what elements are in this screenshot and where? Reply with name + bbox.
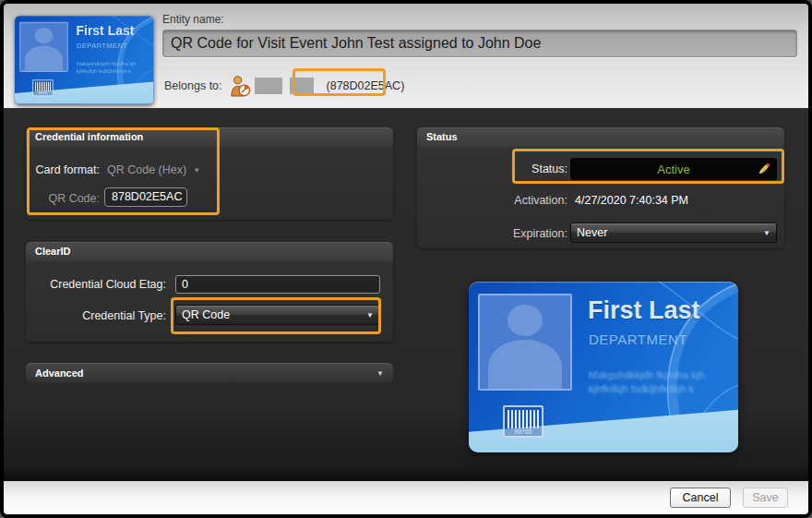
card-blurred-text: hfakgshdkkjdh fkjsdha kjh kjhfkdkjh fsdk… [77, 61, 137, 75]
person-silhouette-icon [508, 305, 542, 336]
visitor-icon [230, 75, 251, 98]
badge-thumbnail: First Last DEPARTMENT hfakgshdkkjdh fkjs… [15, 16, 154, 104]
badge-preview: First Last DEPARTMENT hfakgshdkkjdh fkjs… [469, 282, 738, 452]
activation-label: Activation: [475, 193, 567, 208]
card-department: DEPARTMENT [589, 331, 687, 347]
credential-cloud-etag-input[interactable]: 0 [175, 275, 380, 294]
credential-information-panel: Credential information Card format: QR C… [26, 127, 393, 220]
entity-name-label: Entity name: [162, 13, 224, 26]
advanced-expander[interactable]: Advanced ▼ [26, 363, 393, 383]
credential-information-title: Credential information [26, 127, 393, 147]
card-holder-name: First Last [77, 23, 135, 38]
barcode-icon: 98765 [503, 405, 543, 438]
badge-photo-placeholder [478, 294, 572, 391]
status-value-field[interactable]: Active [570, 158, 777, 180]
clearid-panel: ClearID Credential Cloud Etag: 0 Credent… [26, 242, 393, 342]
card-blurred-text: hfakgshdkkjdh fkjsdha kjh kjhfkdkjh fsdk… [589, 368, 704, 396]
redacted-owner-name[interactable] [255, 78, 282, 94]
badge-card: First Last DEPARTMENT hfakgshdkkjdh fkjs… [469, 282, 738, 452]
belongs-to-entity-id: (878D02E5AC) [323, 79, 409, 92]
card-format-select[interactable]: QR Code (Hex)▼ [107, 163, 200, 178]
belongs-to-row: Belongs to: (878D02E5AC) [164, 72, 408, 100]
badge-card: First Last DEPARTMENT hfakgshdkkjdh fkjs… [15, 16, 154, 103]
chevron-down-icon: ▼ [763, 229, 770, 237]
expiration-dropdown[interactable]: Never▼ [570, 223, 777, 243]
chevron-down-icon: ▼ [376, 369, 384, 378]
credential-type-dropdown[interactable]: QR Code▼ [175, 305, 380, 325]
chevron-down-icon: ▼ [193, 166, 200, 175]
clearid-title: ClearID [26, 242, 393, 261]
qr-code-label: QR Code: [33, 191, 100, 206]
save-button[interactable]: Save [743, 488, 788, 508]
card-department: DEPARTMENT [77, 42, 127, 50]
status-panel: Status Status: Active Activation: 4/27/2… [417, 127, 784, 248]
status-value: Active [657, 163, 689, 176]
edit-pencil-icon[interactable] [757, 162, 771, 176]
redacted-owner-name-2[interactable] [290, 78, 314, 94]
status-label: Status: [475, 162, 567, 176]
belongs-to-label: Belongs to: [164, 79, 222, 92]
status-title: Status [417, 127, 784, 147]
dialog-body: Credential information Card format: QR C… [4, 108, 808, 481]
dialog-footer: Cancel Save [4, 481, 808, 514]
activation-value: 4/27/2020 7:40:34 PM [575, 193, 688, 208]
barcode-icon: 98765 [32, 79, 54, 96]
expiration-label: Expiration: [475, 226, 567, 241]
dialog-header: First Last DEPARTMENT hfakgshdkkjdh fkjs… [4, 4, 808, 108]
credential-type-label: Credential Type: [35, 308, 166, 323]
card-holder-name: First Last [588, 296, 700, 325]
person-silhouette-icon [35, 28, 53, 44]
credential-dialog: First Last DEPARTMENT hfakgshdkkjdh fkjs… [0, 0, 812, 518]
chevron-down-icon: ▼ [366, 311, 374, 319]
entity-name-input[interactable]: QR Code for Visit Event John Test assign… [162, 30, 797, 57]
qr-code-field[interactable]: 878D02E5AC [104, 187, 187, 207]
advanced-title: Advanced [35, 367, 84, 379]
cancel-button[interactable]: Cancel [670, 488, 731, 508]
badge-photo-placeholder [19, 22, 68, 72]
credential-cloud-etag-label: Credential Cloud Etag: [35, 277, 166, 292]
card-format-label: Card format: [33, 163, 100, 177]
